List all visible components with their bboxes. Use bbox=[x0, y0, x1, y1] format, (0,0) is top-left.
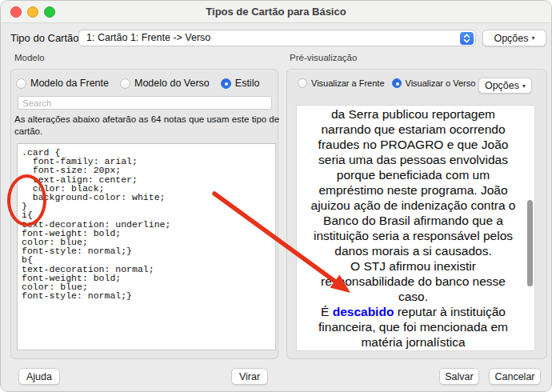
window-title: Tipos de Cartão para Básico bbox=[1, 6, 551, 18]
options-button-label: Opções bbox=[485, 80, 519, 91]
caret-down-icon: ▾ bbox=[522, 82, 526, 90]
preview-text-before: da Serra publicou reportagem narrando qu… bbox=[311, 107, 516, 318]
annotation-circle bbox=[7, 174, 46, 226]
radio-visualizar-a-frente[interactable]: Visualizar a Frente bbox=[298, 78, 385, 88]
stepper-icon bbox=[460, 32, 474, 45]
radio-label: Modelo do Verso bbox=[134, 78, 210, 89]
caret-down-icon: ▾ bbox=[532, 34, 535, 42]
notes-count-notice: As alterações abaixo afetarão as 64 nota… bbox=[14, 114, 280, 138]
titlebar: Tipos de Cartão para Básico bbox=[1, 1, 551, 23]
radio-visualizar-o-verso[interactable]: Visualizar o Verso bbox=[392, 78, 476, 88]
card-type-options-button[interactable]: Opções ▾ bbox=[482, 30, 546, 46]
card-type-label: Tipo do Cartão: bbox=[10, 32, 82, 44]
radio-label: Visualizar o Verso bbox=[406, 78, 476, 88]
preview-options-button[interactable]: Opções ▾ bbox=[478, 78, 532, 94]
card-type-value: 1: Cartão 1: Frente -> Verso bbox=[86, 32, 210, 43]
preview-scrollbar[interactable] bbox=[527, 200, 533, 286]
preview-panel-title: Pré-visualização bbox=[290, 53, 357, 62]
radio-circle bbox=[16, 78, 26, 89]
radio-circle bbox=[298, 78, 307, 88]
help-button[interactable]: Ajuda bbox=[18, 368, 60, 385]
radio-circle-selected bbox=[392, 78, 402, 88]
card-types-dialog: Tipos de Cartão para Básico Tipo do Cart… bbox=[0, 0, 552, 392]
options-button-label: Opções bbox=[494, 33, 528, 44]
radio-circle-selected bbox=[221, 78, 231, 89]
model-panel-title: Modelo bbox=[14, 53, 45, 62]
radio-modelo-do-verso[interactable]: Modelo do Verso bbox=[120, 78, 210, 89]
radio-label: Estilo bbox=[235, 78, 260, 89]
radio-circle bbox=[120, 78, 130, 89]
preview-text-highlight: descabido bbox=[333, 305, 394, 318]
card-preview: da Serra publicou reportagem narrando qu… bbox=[296, 105, 535, 351]
card-type-select[interactable]: 1: Cartão 1: Frente -> Verso bbox=[78, 30, 476, 46]
radio-label: Visualizar a Frente bbox=[311, 78, 385, 88]
css-editor[interactable]: .card { font-family: arial; font-size: 2… bbox=[17, 143, 276, 350]
card-preview-text: da Serra publicou reportagem narrando qu… bbox=[300, 106, 526, 351]
radio-label: Modelo da Frente bbox=[30, 78, 109, 89]
search-input[interactable] bbox=[18, 96, 272, 110]
cancel-button[interactable]: Cancelar bbox=[489, 368, 541, 385]
flip-button[interactable]: Virar bbox=[231, 368, 268, 385]
save-button[interactable]: Salvar bbox=[439, 368, 479, 385]
css-code: .card { font-family: arial; font-size: 2… bbox=[18, 144, 275, 300]
radio-estilo[interactable]: Estilo bbox=[221, 78, 260, 89]
preview-radio-group: Visualizar a Frente Visualizar o Verso bbox=[298, 78, 475, 88]
model-radio-group: Modelo da Frente Modelo do Verso Estilo bbox=[16, 78, 259, 89]
radio-modelo-da-frente[interactable]: Modelo da Frente bbox=[16, 78, 109, 89]
